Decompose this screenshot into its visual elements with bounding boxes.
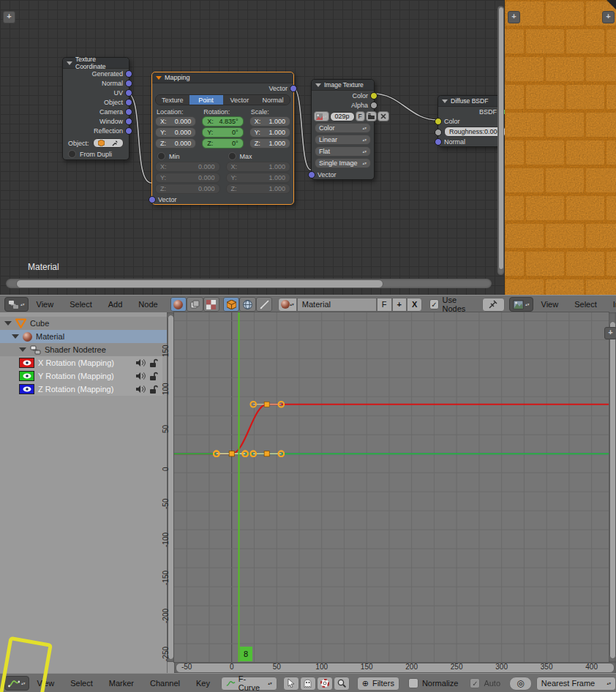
material-datablock-menu[interactable]: ▴▾ bbox=[278, 298, 297, 312]
menu-select[interactable]: Select bbox=[574, 300, 597, 309]
socket-object[interactable] bbox=[125, 99, 132, 106]
location-x-field[interactable]: X:0.000 bbox=[155, 116, 196, 127]
interpolation-select[interactable]: Linear▴▾ bbox=[315, 135, 371, 145]
lock-open-icon[interactable] bbox=[149, 385, 158, 394]
vscrollbar-handle[interactable] bbox=[498, 7, 504, 270]
collapse-icon[interactable] bbox=[442, 99, 448, 103]
channel-row-material[interactable]: Material bbox=[0, 330, 174, 343]
channel-row-y-rotation[interactable]: Y Rotation (Mapping) bbox=[19, 369, 162, 383]
shader-nodes-toggle[interactable] bbox=[170, 297, 187, 312]
scale-z-field[interactable]: Z:1.000 bbox=[249, 138, 290, 148]
socket-alpha-out[interactable] bbox=[370, 102, 378, 109]
menu-select[interactable]: Select bbox=[70, 679, 93, 688]
menu-marker[interactable]: Marker bbox=[109, 679, 134, 688]
min-x-field[interactable]: X:0.000 bbox=[155, 162, 220, 172]
scale-y-field[interactable]: Y:1.000 bbox=[249, 127, 290, 138]
graph-vscrollbar-right[interactable] bbox=[609, 312, 616, 662]
current-frame-badge[interactable]: 8 bbox=[240, 647, 252, 661]
eye-icon[interactable] bbox=[23, 360, 31, 366]
max-z-field[interactable]: Z:1.000 bbox=[226, 184, 291, 194]
rotation-z-field[interactable]: Z:0° bbox=[202, 138, 243, 148]
lock-open-icon[interactable] bbox=[149, 372, 158, 381]
object-shader-toggle[interactable] bbox=[223, 297, 239, 312]
unlink-material-button[interactable]: X bbox=[407, 298, 422, 312]
graph-vscrollbar-left[interactable]: 150100500-50-100-150-200-250 bbox=[167, 312, 174, 662]
rotation-y-field[interactable]: Y:0° bbox=[202, 127, 243, 138]
socket-uv[interactable] bbox=[125, 89, 132, 97]
fcurve-plot-region[interactable] bbox=[174, 312, 609, 662]
open-image-button[interactable] bbox=[366, 111, 377, 121]
menu-key[interactable]: Key bbox=[196, 679, 210, 688]
fake-user-button[interactable]: F bbox=[356, 111, 365, 121]
socket-color-in[interactable] bbox=[435, 118, 442, 125]
expand-icon[interactable] bbox=[19, 347, 26, 352]
speaker-icon[interactable] bbox=[135, 358, 146, 367]
type-point-button[interactable]: Point bbox=[189, 95, 223, 105]
max-y-field[interactable]: Y:1.000 bbox=[226, 173, 291, 183]
menu-view[interactable]: View bbox=[541, 300, 559, 309]
collapse-icon[interactable] bbox=[67, 61, 72, 65]
use-nodes-checkbox[interactable]: ✓ bbox=[429, 299, 438, 309]
texture-nodes-toggle[interactable] bbox=[203, 297, 219, 312]
scale-x-field[interactable]: X:1.000 bbox=[249, 116, 290, 127]
channel-row-z-rotation[interactable]: Z Rotation (Mapping) bbox=[19, 383, 162, 396]
editor-type-button[interactable]: ▴▾ bbox=[509, 297, 533, 312]
ghost-curves-button[interactable] bbox=[300, 677, 316, 691]
image-source-select[interactable]: Single Image▴▾ bbox=[315, 158, 371, 168]
socket-vector-in[interactable] bbox=[149, 196, 156, 203]
socket-color-out[interactable] bbox=[370, 92, 378, 99]
image-browse-button[interactable]: ▴▾ bbox=[314, 111, 329, 121]
editor-type-button[interactable]: ▴▾ bbox=[4, 297, 29, 312]
menu-channel[interactable]: Channel bbox=[150, 679, 180, 688]
menu-image[interactable]: Image bbox=[613, 300, 616, 309]
node-mapping[interactable]: Mapping Vector Texture Point Vector Norm… bbox=[151, 72, 294, 205]
fake-user-button[interactable]: F bbox=[377, 298, 392, 312]
socket-normal[interactable] bbox=[125, 80, 132, 87]
max-x-field[interactable]: X:1.000 bbox=[226, 162, 291, 172]
color-space-select[interactable]: Color▴▾ bbox=[315, 123, 371, 133]
pin-button[interactable] bbox=[482, 298, 505, 312]
node-editor-vscrollbar[interactable] bbox=[497, 6, 504, 275]
image-name-field[interactable]: 029p bbox=[330, 112, 355, 121]
node-image-texture[interactable]: Image Texture Color Alpha ▴▾ 029p F Colo… bbox=[311, 79, 375, 180]
auto-normalize-checkbox[interactable]: ✓ bbox=[470, 678, 480, 688]
area-corner-widget[interactable] bbox=[606, 0, 616, 10]
node-texture-coordinate[interactable]: Texture Coordinate Generated Normal UV O… bbox=[62, 57, 129, 160]
lifebuoy-button[interactable] bbox=[317, 677, 333, 691]
menu-add[interactable]: Add bbox=[108, 300, 123, 309]
speaker-icon[interactable] bbox=[135, 385, 146, 394]
channel-row-cube[interactable]: Cube bbox=[0, 317, 167, 330]
node-diffuse-bsdf[interactable]: Diffuse BSDF BSDF Color Roughness:0.000 … bbox=[437, 95, 503, 147]
speaker-icon[interactable] bbox=[135, 372, 146, 380]
socket-reflection[interactable] bbox=[125, 127, 132, 135]
min-y-field[interactable]: Y:0.000 bbox=[155, 173, 220, 183]
unlink-image-button[interactable] bbox=[378, 111, 389, 121]
type-vector-button[interactable]: Vector bbox=[223, 95, 257, 105]
zoom-tool-button[interactable] bbox=[334, 677, 350, 691]
eye-icon[interactable] bbox=[23, 386, 31, 392]
location-y-field[interactable]: Y:0.000 bbox=[155, 127, 196, 138]
vscrollbar-handle[interactable] bbox=[609, 321, 616, 659]
menu-select[interactable]: Select bbox=[70, 300, 92, 309]
linestyle-shader-toggle[interactable] bbox=[256, 297, 272, 312]
object-picker-field[interactable] bbox=[93, 138, 124, 148]
new-material-button[interactable]: + bbox=[392, 298, 407, 312]
hscrollbar-handle[interactable] bbox=[16, 279, 383, 288]
filters-button[interactable]: ⊕Filters bbox=[357, 677, 399, 691]
max-checkbox[interactable] bbox=[228, 152, 236, 160]
min-z-field[interactable]: Z:0.000 bbox=[155, 184, 220, 194]
from-dupli-checkbox[interactable] bbox=[68, 150, 76, 158]
type-normal-button[interactable]: Normal bbox=[256, 95, 290, 105]
region-expand-icon[interactable]: + bbox=[604, 327, 616, 339]
cursor-tool-button[interactable] bbox=[283, 677, 299, 691]
channel-row-shader-nodetree[interactable]: Shader Nodetree bbox=[0, 343, 181, 356]
region-expand-icon[interactable]: + bbox=[508, 11, 520, 23]
socket-roughness-in[interactable] bbox=[435, 129, 442, 136]
location-z-field[interactable]: Z:0.000 bbox=[155, 138, 196, 148]
menu-view[interactable]: View bbox=[37, 300, 54, 309]
expand-icon[interactable] bbox=[4, 321, 12, 326]
compositing-nodes-toggle[interactable] bbox=[187, 297, 203, 312]
world-shader-toggle[interactable] bbox=[239, 297, 255, 312]
channel-row-x-rotation[interactable]: X Rotation (Mapping) bbox=[19, 356, 162, 369]
roughness-field[interactable]: Roughness:0.000 bbox=[444, 127, 506, 137]
